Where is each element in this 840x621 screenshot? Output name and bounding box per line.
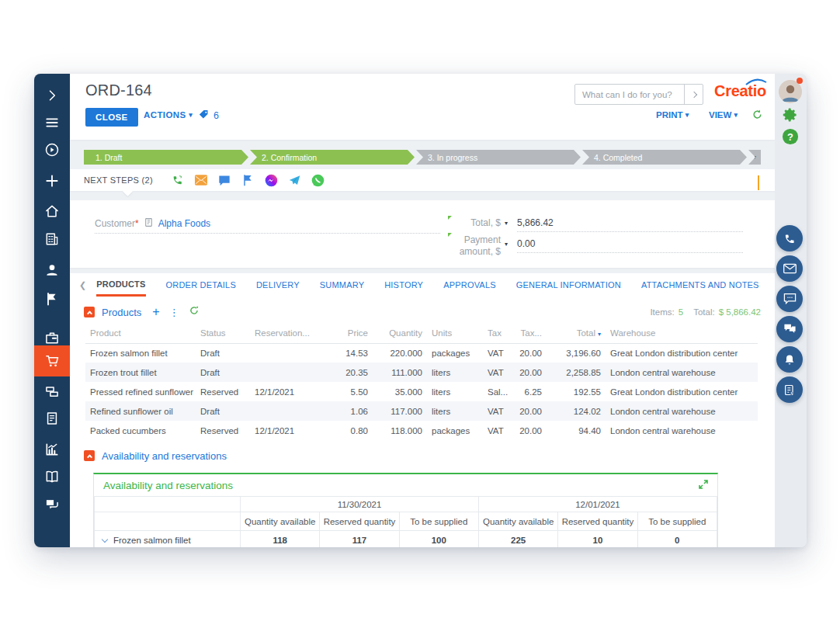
product-row[interactable]: Frozen trout filletDraft20.35111.000lite… [85, 363, 758, 382]
chat-icon[interactable] [218, 174, 231, 187]
tab-bar: ❮ PRODUCTSORDER DETAILSDELIVERYSUMMARYHI… [70, 273, 775, 297]
command-line[interactable]: What can I do for you? [574, 84, 703, 105]
tab-general-information[interactable]: GENERAL INFORMATION [516, 273, 621, 297]
search-input[interactable]: What can I do for you? [575, 90, 684, 99]
messages-dock-button[interactable] [776, 316, 803, 342]
sidebar-item-plus[interactable] [34, 167, 70, 195]
date-group: 11/30/2021 [241, 497, 479, 512]
chevron-down-icon [102, 536, 108, 543]
tab-delivery[interactable]: DELIVERY [256, 273, 300, 297]
column-header-quantity[interactable]: Quantity [373, 326, 427, 343]
product-row[interactable]: Pressed refined sunflower oilReserved12/… [85, 382, 758, 401]
column-header-tax-rate[interactable]: Tax... [509, 326, 547, 343]
total-label: Total, $ [454, 217, 501, 229]
column-header-warehouse[interactable]: Warehouse [606, 326, 758, 343]
products-section-title[interactable]: Products [102, 307, 141, 318]
settings-gear-icon[interactable] [782, 106, 799, 127]
more-options-button[interactable]: ⋮ [169, 307, 179, 317]
notifications-dock-button[interactable] [776, 346, 803, 373]
sidebar-item-feed[interactable] [34, 491, 70, 519]
refresh-icon[interactable] [751, 109, 763, 123]
sidebar-item-menu[interactable] [34, 109, 70, 137]
expand-icon[interactable] [699, 478, 708, 492]
stage-2[interactable]: 2. Confirmation [250, 150, 415, 165]
column-header-product[interactable]: Product [85, 326, 196, 343]
sidebar-item-invoices[interactable] [34, 404, 70, 432]
expand-next-steps-button[interactable] [758, 175, 759, 189]
tab-attachments-and-notes[interactable]: ATTACHMENTS AND NOTES [641, 273, 759, 297]
tabs-scroll-left[interactable]: ❮ [79, 280, 86, 290]
chat-dock-button[interactable] [776, 286, 803, 312]
stage-3[interactable]: 3. In progress [416, 150, 581, 165]
tag-icon [198, 109, 210, 123]
sidebar-item-contacts[interactable] [34, 256, 70, 284]
availability-row[interactable]: Frozen salmon fillet118117100225100 [95, 531, 717, 548]
column-header-status[interactable]: Status [196, 326, 250, 343]
tab-summary[interactable]: SUMMARY [320, 273, 364, 297]
add-product-button[interactable]: + [152, 306, 159, 318]
payment-amount-field[interactable]: Payment amount, $ ▾ 0.00 [454, 234, 743, 258]
tab-products[interactable]: PRODUCTS [96, 273, 145, 297]
stage-1[interactable]: 1. Draft [84, 150, 248, 165]
products-summary: Items: 5 Total: $ 5,866.42 [650, 307, 761, 317]
column-header-tax[interactable]: Tax [483, 326, 509, 343]
sidebar-item-orders[interactable] [34, 345, 70, 376]
sidebar-item-home[interactable] [34, 197, 70, 225]
tasks-dock-button[interactable] [776, 376, 803, 403]
cell-quantity: 111.000 [373, 363, 427, 382]
stage-menu-button[interactable]: ▾ [748, 150, 761, 165]
column-header-total[interactable]: Total▾ [547, 326, 606, 343]
print-button[interactable]: PRINT ▾ [656, 110, 689, 120]
column-header-price[interactable]: Price [328, 326, 373, 343]
availability-card: Availability and reservations 11/30/2021… [93, 473, 718, 547]
email-icon[interactable] [195, 174, 208, 187]
tab-approvals[interactable]: APPROVALS [443, 273, 496, 297]
close-button[interactable]: CLOSE [85, 108, 138, 127]
cell-price: 5.50 [328, 382, 373, 401]
stage-4[interactable]: 4. Completed [582, 150, 747, 165]
sidebar-item-knowledge[interactable] [34, 463, 70, 491]
view-button[interactable]: VIEW ▾ [709, 110, 738, 120]
actions-button[interactable]: ACTIONS ▾ [144, 110, 193, 120]
cell-warehouse: Great London distribution center [606, 382, 758, 401]
svg-text:?: ? [787, 131, 793, 143]
tab-history[interactable]: HISTORY [384, 273, 423, 297]
product-row[interactable]: Packed cucumbersReserved12/1/20210.80118… [85, 421, 758, 440]
call-dock-button[interactable] [776, 225, 803, 252]
sidebar-item-dashboards[interactable] [34, 435, 70, 463]
tab-order-details[interactable]: ORDER DETAILS [166, 273, 236, 297]
product-row[interactable]: Frozen salmon filletDraft14.53220.000pac… [85, 343, 758, 363]
telegram-icon[interactable] [288, 174, 301, 187]
column-header-reservation[interactable]: Reservation... [250, 326, 328, 343]
sidebar-item-projects[interactable] [34, 377, 70, 405]
refresh-icon[interactable] [189, 305, 200, 319]
chevron-down-icon[interactable]: ▾ [505, 220, 508, 227]
availability-product[interactable]: Frozen salmon fillet [95, 531, 241, 548]
collapse-icon[interactable] [84, 450, 95, 461]
total-field[interactable]: Total, $ ▾ 5,866.42 [454, 217, 743, 232]
total-value[interactable]: 5,866.42 [517, 217, 743, 232]
sidebar-item-process[interactable] [34, 136, 70, 164]
sidebar-item-accounts[interactable] [34, 225, 70, 253]
help-icon[interactable]: ? [782, 128, 799, 148]
whatsapp-icon[interactable] [311, 174, 325, 187]
tags-button[interactable]: 6 [198, 109, 219, 123]
call-icon[interactable] [172, 174, 185, 187]
availability-value: 118 [241, 531, 320, 548]
customer-value[interactable]: Alpha Foods [158, 218, 210, 229]
flag-icon[interactable] [241, 174, 255, 187]
customer-field[interactable]: Customer* Alpha Foods [95, 217, 440, 234]
availability-date-row: 11/30/2021 12/01/2021 [95, 497, 717, 512]
availability-section-title[interactable]: Availability and reservations [102, 450, 227, 462]
messenger-icon[interactable] [265, 174, 278, 187]
collapse-icon[interactable] [84, 307, 95, 317]
search-go-button[interactable] [684, 85, 703, 104]
chevron-down-icon[interactable]: ▾ [505, 241, 508, 248]
sidebar-item-chevron-right[interactable] [34, 82, 70, 109]
product-row[interactable]: Refined sunflower oilDraft1.06117.000lit… [85, 401, 758, 421]
email-dock-button[interactable] [776, 255, 803, 282]
payment-value[interactable]: 0.00 [517, 238, 743, 253]
column-header-units[interactable]: Units [427, 326, 483, 343]
sidebar-item-leads[interactable] [34, 285, 70, 313]
sort-desc-icon: ▾ [598, 331, 601, 338]
